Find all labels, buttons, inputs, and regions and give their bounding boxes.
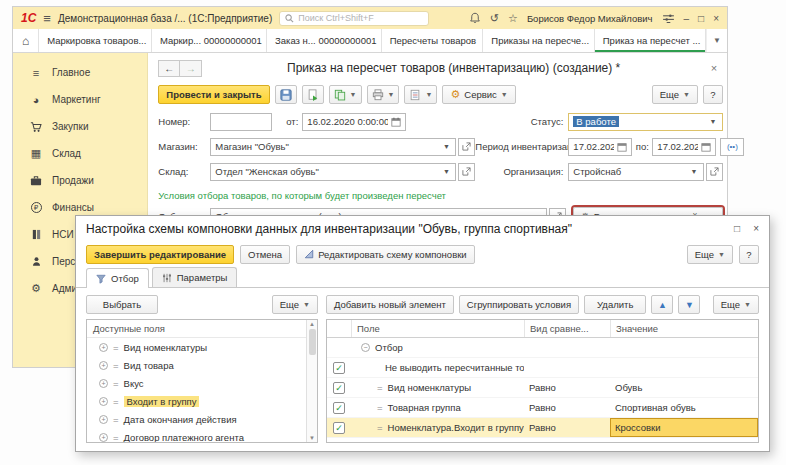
table-row[interactable]: ✓ =Товарная группа Равно Спортивная обув… xyxy=(327,398,758,418)
move-up-button[interactable]: ▲ xyxy=(651,295,673,314)
document-close-icon[interactable]: × xyxy=(705,62,723,74)
scroll-thumb[interactable] xyxy=(309,329,316,355)
service-menu-button[interactable]: ⚙Сервис▼ xyxy=(442,85,515,104)
table-group-row[interactable]: −Отбор xyxy=(327,338,758,358)
sidebar-item-zakupki[interactable]: Закупки xyxy=(13,113,147,140)
tree-item-data-okonchaniya[interactable]: +=Дата окончания действия xyxy=(87,410,317,428)
collapse-icon[interactable]: − xyxy=(361,343,370,352)
dialog-help-button[interactable]: ? xyxy=(739,245,759,264)
period-to-field[interactable]: 17.02.2020 xyxy=(652,138,716,156)
tab-otbor[interactable]: Отбор xyxy=(86,268,149,288)
sidebar-item-glavnoe[interactable]: ≡Главное xyxy=(13,59,147,86)
doc-date-field[interactable]: 16.02.2020 0:00:00 xyxy=(302,113,406,131)
organization-field[interactable]: Стройснаб ▼ xyxy=(568,163,704,181)
sidebar-item-sklad[interactable]: ▦Склад xyxy=(13,140,147,167)
delete-button[interactable]: Удалить xyxy=(584,295,646,314)
table-row-selected[interactable]: ✓ =Номенклатура.Входит в группу Равно Кр… xyxy=(327,418,758,438)
tree-item-vid-tovara[interactable]: +=Вид товара xyxy=(87,356,317,374)
dialog-maximize-icon[interactable]: □ xyxy=(734,223,740,234)
maximize-icon[interactable]: □ xyxy=(698,13,704,24)
tab-markirovka[interactable]: Маркировка товаров...× xyxy=(39,29,152,52)
tree-item-vid-nomenklatury[interactable]: +=Вид номенклатуры xyxy=(87,338,317,356)
tree-item-vhodit-v-gruppu[interactable]: +=Входит в группу xyxy=(87,392,317,410)
global-search-input[interactable]: Поиск Ctrl+Shift+F xyxy=(279,11,429,26)
help-button[interactable]: ? xyxy=(703,85,723,104)
current-user[interactable]: Борисов Федор Михайлович xyxy=(527,13,653,24)
scroll-up-icon[interactable]: ▲ xyxy=(309,321,315,327)
warehouse-open-button[interactable] xyxy=(458,163,475,181)
checkbox-checked[interactable]: ✓ xyxy=(333,422,345,434)
expand-icon[interactable]: + xyxy=(99,397,108,406)
tab-prikaz-active[interactable]: Приказ на пересчет ...× xyxy=(595,29,706,52)
calendar-icon[interactable] xyxy=(617,142,627,152)
more-button[interactable]: Еще▼ xyxy=(652,85,698,104)
organization-open-button[interactable] xyxy=(706,163,723,181)
expand-icon[interactable]: + xyxy=(99,379,108,388)
table-row[interactable]: ✓ =Вид номенклатуры Равно Обувь xyxy=(327,378,758,398)
home-tab[interactable]: ⌂ xyxy=(13,29,39,52)
calendar-icon[interactable] xyxy=(701,142,711,152)
store-field[interactable]: Магазин "Обувь" ▼ xyxy=(210,138,456,156)
chevron-down-icon[interactable]: ▼ xyxy=(441,143,451,150)
edit-schema-button[interactable]: Редактировать схему компоновки xyxy=(296,245,475,264)
tab-markir-doc[interactable]: Маркир... 00000000001× xyxy=(152,29,267,52)
sidebar-item-prodazhi[interactable]: Продажи xyxy=(13,167,147,194)
checkbox-checked[interactable]: ✓ xyxy=(333,382,345,394)
comparison-column-header[interactable]: Вид сравне... xyxy=(524,320,610,337)
tree-scrollbar[interactable]: ▲ ▼ xyxy=(306,320,317,442)
tab-pereschety[interactable]: Пересчеты товаров× xyxy=(382,29,484,52)
group-conditions-button[interactable]: Сгруппировать условия xyxy=(459,295,579,314)
move-down-button[interactable]: ▼ xyxy=(678,295,700,314)
add-element-button[interactable]: Добавить новый элемент xyxy=(326,295,454,314)
value-column-header[interactable]: Значение xyxy=(610,320,758,337)
choose-field-button[interactable]: Выбрать xyxy=(86,295,158,314)
main-menu-icon[interactable]: ≡ xyxy=(43,11,51,26)
warehouse-field[interactable]: Отдел "Женская обувь" ▼ xyxy=(210,163,456,181)
report-button[interactable]: ▼ xyxy=(404,85,437,104)
save-button[interactable] xyxy=(275,85,297,104)
post-document-button[interactable] xyxy=(302,85,324,104)
status-field[interactable]: В работе ▼ xyxy=(568,113,723,131)
chevron-down-icon[interactable]: ▼ xyxy=(441,168,451,175)
tree-item-dogovor[interactable]: +=Договор платежного агента xyxy=(87,428,317,443)
tab-parametry[interactable]: Параметры xyxy=(152,267,238,287)
tabs-overflow-button[interactable]: ▼ xyxy=(706,29,727,52)
chevron-down-icon[interactable]: ▼ xyxy=(708,118,718,125)
dialog-more-button[interactable]: Еще▼ xyxy=(687,245,733,264)
period-select-button[interactable]: (••) xyxy=(720,138,744,156)
back-button[interactable]: ← xyxy=(158,60,180,77)
notifications-bell-icon[interactable] xyxy=(469,12,481,24)
chevron-down-icon[interactable]: ▼ xyxy=(689,168,699,175)
tree-item-vkus[interactable]: +=Вкус xyxy=(87,374,317,392)
right-more-button[interactable]: Еще▼ xyxy=(713,295,759,314)
expand-icon[interactable]: + xyxy=(99,343,108,352)
period-from-field[interactable]: 17.02.2020 xyxy=(568,138,632,156)
expand-icon[interactable]: + xyxy=(99,415,108,424)
forward-button[interactable]: → xyxy=(180,60,202,77)
expand-icon[interactable]: + xyxy=(99,361,108,370)
copy-button[interactable]: ▼ xyxy=(329,85,362,104)
expand-icon[interactable]: + xyxy=(99,433,108,442)
calendar-icon[interactable] xyxy=(391,117,401,127)
number-field[interactable] xyxy=(210,113,272,131)
post-and-close-button[interactable]: Провести и закрыть xyxy=(158,85,269,104)
tab-zakaz[interactable]: Заказ н... 00000000001× xyxy=(267,29,382,52)
checkbox-checked[interactable]: ✓ xyxy=(333,362,345,374)
scroll-down-icon[interactable]: ▼ xyxy=(309,435,315,441)
field-column-header[interactable]: Поле xyxy=(351,320,524,337)
left-more-button[interactable]: Еще▼ xyxy=(272,295,318,314)
favorites-star-icon[interactable]: ☆ xyxy=(508,12,518,25)
checkbox-column-header[interactable] xyxy=(327,320,351,337)
close-icon[interactable]: × xyxy=(713,13,719,24)
cancel-button[interactable]: Отмена xyxy=(240,245,290,264)
table-row[interactable]: ✓ Не выводить пересчитанные товары данно… xyxy=(327,358,758,378)
finish-editing-button[interactable]: Завершить редактирование xyxy=(86,245,234,264)
sidebar-item-marketing[interactable]: ◕Маркетинг xyxy=(13,86,147,113)
print-button[interactable]: ▼ xyxy=(367,85,400,104)
dialog-close-icon[interactable]: × xyxy=(753,223,759,234)
checkbox-checked[interactable]: ✓ xyxy=(333,402,345,414)
condition-value-selected[interactable]: Кроссовки xyxy=(610,418,758,437)
tab-prikazy[interactable]: Приказы на пересче...× xyxy=(483,29,594,52)
history-icon[interactable]: ↺ xyxy=(490,12,499,25)
store-open-button[interactable] xyxy=(458,138,475,156)
